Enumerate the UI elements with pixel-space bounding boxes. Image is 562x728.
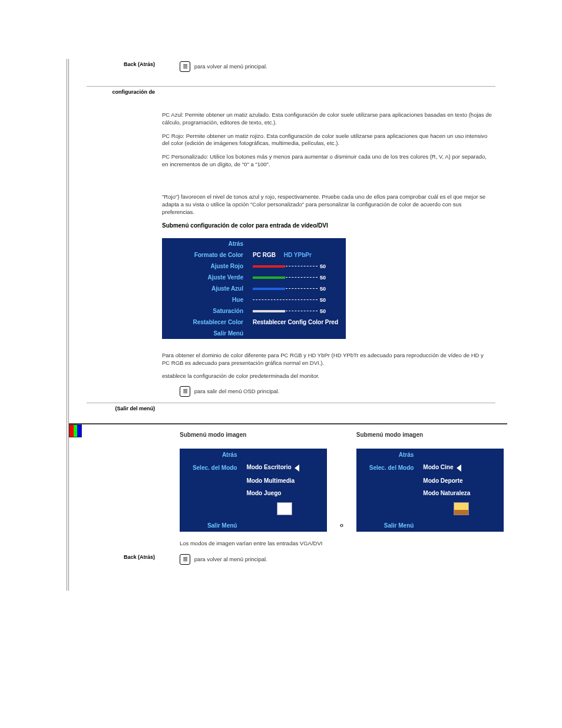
footer-establece: establece la configuración de color pred… bbox=[162, 373, 492, 380]
back-label-2: Back (Atrás) bbox=[87, 552, 158, 591]
back-text: para volver al menú principal. bbox=[194, 63, 267, 70]
modo-escritorio[interactable]: Modo Escritorio bbox=[246, 464, 291, 470]
green-slider[interactable] bbox=[253, 275, 318, 280]
pc-azul-text: PC Azul: Permite obtener un matiz azulad… bbox=[162, 111, 492, 127]
osd-image-right: Atrás Selec. del Modo Modo Cine Modo Dep… bbox=[356, 449, 504, 531]
outer-table: Back (Atrás) para volver al menú princip… bbox=[67, 59, 507, 591]
image-mode-note: Los modos de imagen varían entre las ent… bbox=[180, 540, 504, 548]
desktop-mode-icon bbox=[277, 502, 292, 515]
osd-restablecer-val[interactable]: Restablecer Config Color Pred bbox=[248, 317, 346, 328]
config-label: configuración de bbox=[87, 87, 158, 403]
osd-image-left: Atrás Selec. del Modo Modo Escritorio Mo… bbox=[180, 449, 327, 531]
rojo-info-text: "Rojo") favorecen el nivel de tonos azul… bbox=[162, 193, 492, 216]
osd-formato[interactable]: Formato de Color bbox=[162, 249, 248, 261]
pc-rojo-text: PC Rojo: Permite obtener un matiz rojizo… bbox=[162, 133, 492, 148]
image-mode-table: Submenú modo imagen Atrás Selec. del Mod… bbox=[87, 424, 507, 591]
sat-slider[interactable] bbox=[253, 309, 318, 314]
osd-right-atras[interactable]: Atrás bbox=[356, 449, 419, 461]
left-arrow-icon bbox=[457, 465, 461, 472]
modo-deporte[interactable]: Modo Deporte bbox=[418, 475, 503, 487]
pc-pers-text: PC Personalizado: Utilice los botones má… bbox=[162, 153, 492, 169]
osd-color-menu: Atrás Formato de Color PC RGB HD YPbPr A… bbox=[162, 238, 346, 339]
submenu-image-heading-right: Submenú modo imagen bbox=[356, 431, 504, 438]
red-slider[interactable] bbox=[253, 264, 318, 269]
menu-button-icon[interactable] bbox=[180, 386, 190, 397]
config-content: PC Azul: Permite obtener un matiz azulad… bbox=[158, 87, 495, 403]
image-mode-content: Submenú modo imagen Atrás Selec. del Mod… bbox=[158, 424, 507, 552]
color-section-table: Back (Atrás) para volver al menú princip… bbox=[87, 59, 495, 423]
section-icon-cell bbox=[68, 59, 87, 423]
osd-ajuste-verde[interactable]: Ajuste Verde bbox=[162, 272, 248, 283]
osd-right-salir[interactable]: Salir Menú bbox=[356, 519, 419, 532]
modo-naturaleza[interactable]: Modo Naturaleza bbox=[418, 487, 503, 499]
footer-para: Para obtener el dominio de color diferen… bbox=[162, 352, 492, 367]
osd-left-salir[interactable]: Salir Menú bbox=[180, 519, 242, 532]
osd-salir[interactable]: Salir Menú bbox=[162, 328, 248, 339]
osd-hdypbpr[interactable]: HD YPbPr bbox=[284, 252, 312, 258]
menu-button-icon[interactable] bbox=[180, 61, 190, 72]
osd-ajuste-azul[interactable]: Ajuste Azul bbox=[162, 283, 248, 294]
modo-cine[interactable]: Modo Cine bbox=[423, 464, 453, 470]
submenu-image-heading-left: Submenú modo imagen bbox=[180, 431, 327, 438]
o-separator: o bbox=[340, 522, 343, 533]
menu-button-icon[interactable] bbox=[180, 554, 190, 565]
osd-ajuste-rojo[interactable]: Ajuste Rojo bbox=[162, 261, 248, 272]
left-arrow-icon bbox=[295, 465, 299, 472]
modo-juego[interactable]: Modo Juego bbox=[242, 487, 327, 499]
osd-saturacion[interactable]: Saturación bbox=[162, 305, 248, 317]
osd-pcrgb[interactable]: PC RGB bbox=[253, 252, 276, 258]
back-label: Back (Atrás) bbox=[87, 59, 158, 87]
back-text-2: para volver al menú principal. bbox=[194, 556, 267, 562]
osd-right-selec[interactable]: Selec. del Modo bbox=[356, 461, 419, 474]
osd-back[interactable]: Atrás bbox=[162, 238, 248, 249]
salir-label: (Salir del menú) bbox=[87, 403, 158, 424]
footer-exit: para salir del menú OSD principal. bbox=[194, 388, 280, 394]
image-mode-icon bbox=[69, 424, 82, 437]
osd-restablecer[interactable]: Restablecer Color bbox=[162, 317, 248, 328]
osd-left-selec[interactable]: Selec. del Modo bbox=[180, 461, 242, 474]
image-mode-icon-cell bbox=[68, 424, 87, 591]
osd-left-atras[interactable]: Atrás bbox=[180, 449, 242, 461]
blue-slider[interactable] bbox=[253, 286, 318, 291]
hue-slider[interactable] bbox=[253, 298, 318, 302]
submenu-color-heading: Submenú configuración de color para entr… bbox=[162, 222, 492, 230]
modo-multimedia[interactable]: Modo Multimedia bbox=[242, 475, 327, 487]
back-content: para volver al menú principal. bbox=[158, 59, 495, 87]
osd-hue[interactable]: Hue bbox=[162, 294, 248, 305]
nature-mode-icon bbox=[454, 502, 469, 515]
